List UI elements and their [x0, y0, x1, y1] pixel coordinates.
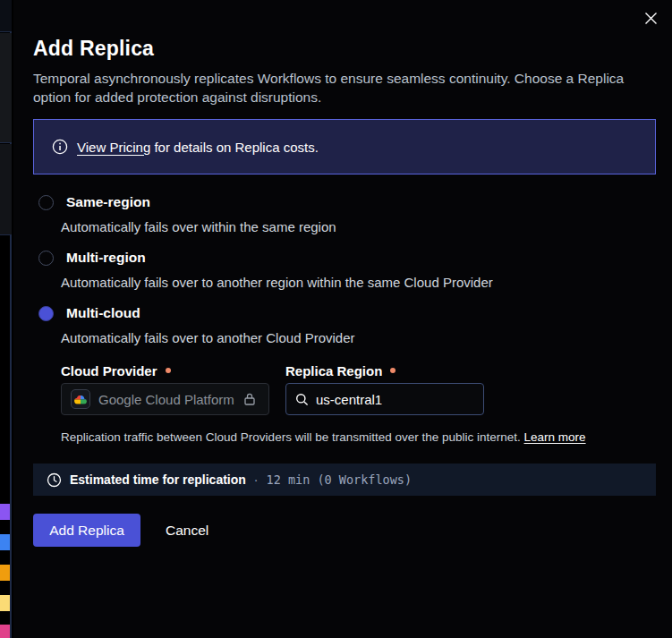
- cloud-provider-select[interactable]: Google Cloud Platform: [61, 383, 269, 415]
- option-multi-cloud-label[interactable]: Multi-cloud: [66, 305, 140, 321]
- estimate-value: 12 min (0 Workflows): [267, 472, 413, 487]
- pricing-banner-rest: for details on Replica costs.: [150, 140, 319, 155]
- view-pricing-link[interactable]: View Pricing: [77, 140, 150, 155]
- option-multi-region-description: Automatically fails over to another regi…: [61, 274, 656, 291]
- bg-color-swatch: [0, 625, 10, 638]
- cloud-provider-label-text: Cloud Provider: [61, 363, 157, 379]
- gcp-logo-icon: [71, 389, 90, 409]
- pricing-banner-text: View Pricing for details on Replica cost…: [77, 140, 319, 155]
- modal-actions: Add Replica Cancel: [33, 514, 656, 547]
- option-multi-cloud-description: Automatically fails over to another Clou…: [61, 329, 656, 346]
- option-same-region-description: Automatically fails over within the same…: [61, 218, 656, 235]
- background-page: [0, 0, 12, 638]
- replica-region-label-text: Replica Region: [285, 363, 382, 379]
- search-icon: [295, 393, 309, 406]
- bg-color-swatch: [0, 504, 10, 520]
- add-replica-modal: Add Replica Temporal asynchronously repl…: [13, 0, 672, 638]
- background-section: [0, 0, 12, 32]
- bg-color-swatch: [0, 534, 10, 550]
- option-multi-region-label[interactable]: Multi-region: [66, 250, 146, 266]
- multi-cloud-fields: Cloud Provider: [61, 362, 656, 444]
- lock-icon: [242, 392, 257, 406]
- bg-color-swatch: [0, 565, 10, 581]
- required-dot: [166, 368, 171, 373]
- option-multi-region: Multi-region Automatically fails over to…: [33, 249, 656, 291]
- radio-multi-cloud[interactable]: [38, 306, 54, 321]
- required-dot: [390, 368, 396, 373]
- info-icon: [52, 139, 68, 155]
- replica-options: Same-region Automatically fails over wit…: [33, 193, 656, 444]
- learn-more-link[interactable]: Learn more: [524, 430, 586, 444]
- replica-region-input-wrap: [285, 383, 484, 415]
- network-note-text: Replication traffic between Cloud Provid…: [61, 430, 521, 444]
- cancel-button[interactable]: Cancel: [153, 514, 221, 547]
- option-same-region: Same-region Automatically fails over wit…: [33, 193, 656, 235]
- pricing-banner: View Pricing for details on Replica cost…: [33, 119, 656, 174]
- estimate-label: Estimated time for replication: [70, 472, 246, 487]
- option-multi-cloud: Multi-cloud Automatically fails over to …: [33, 304, 656, 346]
- bg-color-swatch: [0, 595, 10, 611]
- modal-title: Add Replica: [33, 38, 656, 60]
- replica-region-field: Replica Region: [285, 362, 484, 415]
- cloud-provider-label: Cloud Provider: [61, 362, 269, 379]
- close-icon: [644, 12, 658, 25]
- cloud-provider-value: Google Cloud Platform: [98, 392, 234, 407]
- cloud-provider-field: Cloud Provider: [61, 362, 269, 415]
- estimate-banner: Estimated time for replication · 12 min …: [33, 464, 656, 496]
- estimate-separator: ·: [254, 472, 259, 487]
- background-section: [0, 33, 12, 143]
- screen: Add Replica Temporal asynchronously repl…: [0, 0, 672, 638]
- radio-same-region[interactable]: [38, 195, 54, 210]
- replica-region-input[interactable]: [316, 392, 474, 407]
- clock-icon: [47, 472, 62, 488]
- background-section: [0, 144, 12, 235]
- radio-multi-region[interactable]: [38, 251, 54, 266]
- add-replica-button[interactable]: Add Replica: [33, 514, 140, 547]
- modal-description: Temporal asynchronously replicates Workf…: [33, 69, 654, 106]
- replica-region-label: Replica Region: [285, 362, 484, 379]
- option-same-region-label[interactable]: Same-region: [66, 194, 150, 210]
- network-note: Replication traffic between Cloud Provid…: [61, 430, 656, 444]
- close-button[interactable]: [640, 7, 661, 29]
